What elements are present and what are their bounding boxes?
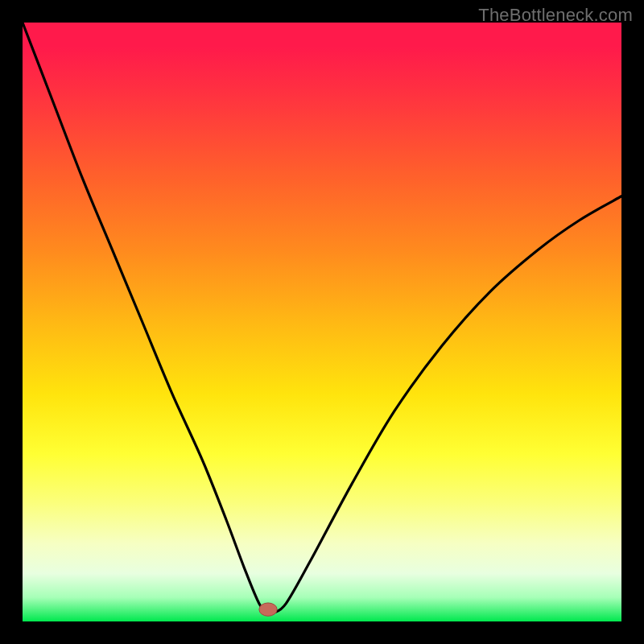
watermark-text: TheBottleneck.com — [478, 5, 633, 26]
chart-frame: TheBottleneck.com — [0, 0, 644, 644]
curve-layer — [23, 23, 621, 621]
plot-area — [23, 23, 621, 621]
optimal-marker — [259, 603, 277, 616]
bottleneck-curve — [23, 23, 621, 613]
